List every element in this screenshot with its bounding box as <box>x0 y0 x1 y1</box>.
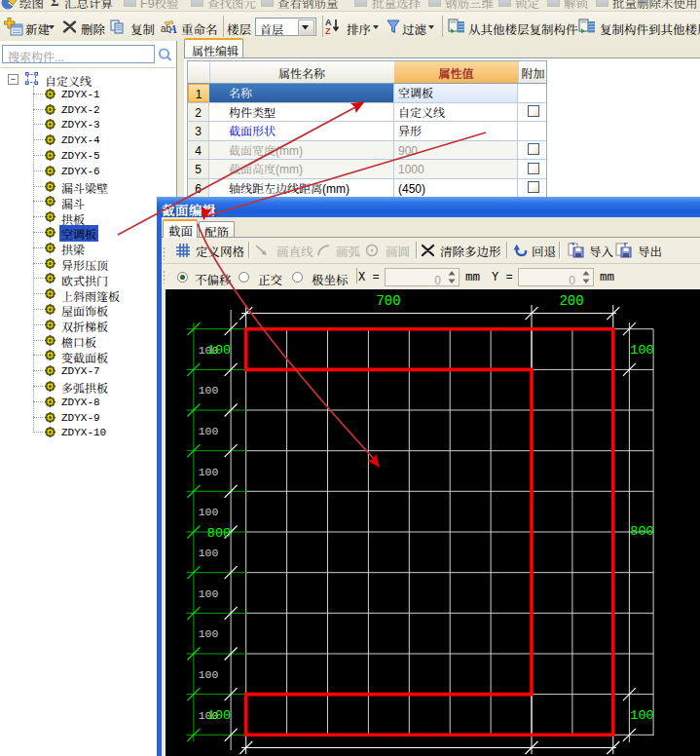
svg-text:100: 100 <box>199 466 219 478</box>
svg-text:100: 100 <box>199 627 219 640</box>
svg-text:100: 100 <box>199 547 219 559</box>
svg-text:100: 100 <box>207 343 231 358</box>
svg-text:100: 100 <box>630 708 653 723</box>
svg-text:Z: Z <box>325 26 331 35</box>
svg-text:100: 100 <box>199 384 219 397</box>
svg-text:800: 800 <box>207 526 231 541</box>
svg-text:100: 100 <box>207 708 231 723</box>
svg-text:100: 100 <box>630 343 653 358</box>
svg-text:100: 100 <box>199 506 219 518</box>
svg-text:800: 800 <box>630 524 653 539</box>
svg-text:100: 100 <box>199 668 219 681</box>
svg-text:100: 100 <box>199 587 219 600</box>
svg-text:200: 200 <box>559 293 583 309</box>
svg-text:100: 100 <box>199 425 219 437</box>
svg-text:700: 700 <box>376 293 400 309</box>
